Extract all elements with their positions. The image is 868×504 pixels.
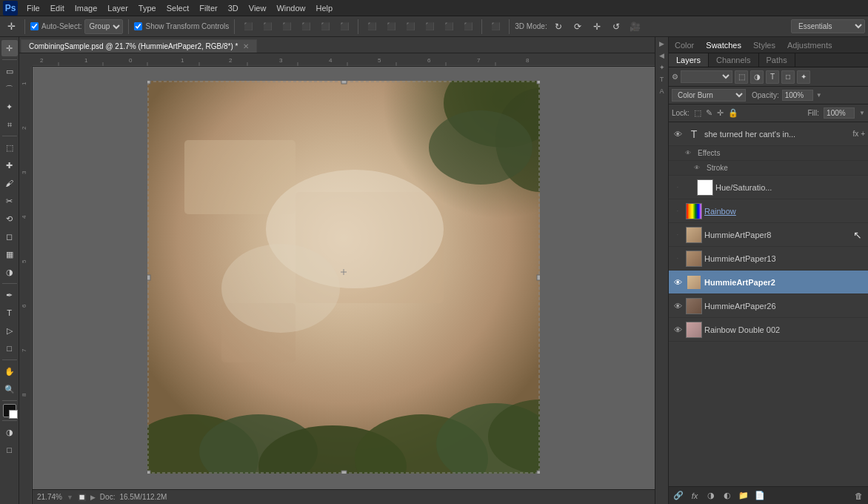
layer-vis-paper2[interactable]: 👁 <box>672 276 684 288</box>
layer-vis-rainbow[interactable]: · <box>672 205 684 217</box>
menu-image[interactable]: Image <box>70 2 102 14</box>
mini-btn-4[interactable]: T <box>657 74 667 84</box>
auto-select-dropdown[interactable]: Group Layer <box>84 19 123 34</box>
tab-styles[interactable]: Styles <box>747 39 781 52</box>
subtab-paths[interactable]: Paths <box>759 53 795 67</box>
lasso-tool[interactable]: ⌒ <box>1 81 18 97</box>
status-arrow-icon[interactable]: ▶ <box>90 494 96 501</box>
fill-input[interactable] <box>824 107 855 119</box>
distribute-6-icon[interactable]: ⬛ <box>460 19 476 35</box>
menu-layer[interactable]: Layer <box>103 2 133 14</box>
align-left-icon[interactable]: ⬛ <box>240 19 256 35</box>
fill-arrow-icon[interactable]: ▼ <box>859 110 865 116</box>
spot-heal-tool[interactable]: ✚ <box>1 157 18 173</box>
distribute-2-icon[interactable]: ⬛ <box>383 19 399 35</box>
history-brush-tool[interactable]: ⟲ <box>1 210 18 227</box>
layer-vis-hue-sat[interactable]: · <box>672 182 684 193</box>
layer-row-hue-sat[interactable]: · Hue/Saturatio... <box>669 176 868 199</box>
subtab-channels[interactable]: Channels <box>709 53 758 67</box>
layer-vis-paper8[interactable]: · <box>672 229 684 241</box>
tab-close-button[interactable]: ✕ <box>243 42 249 50</box>
mini-btn-5[interactable]: A <box>657 86 667 96</box>
mini-btn-3[interactable]: ✦ <box>657 62 667 73</box>
effects-eye-icon[interactable]: 👁 <box>684 149 692 158</box>
type-tool[interactable]: T <box>1 305 18 321</box>
filter-smart-icon[interactable]: ✦ <box>797 70 810 84</box>
menu-view[interactable]: View <box>244 2 271 14</box>
menu-file[interactable]: File <box>22 2 44 14</box>
menu-type[interactable]: Type <box>134 2 161 14</box>
lock-image-icon[interactable]: ✎ <box>706 108 712 118</box>
lock-all-icon[interactable]: 🔒 <box>728 108 738 118</box>
clone-tool[interactable]: ✂ <box>1 193 18 209</box>
layer-row-text[interactable]: 👁 T she turned her cant's in... fx + <box>669 122 868 146</box>
gradient-tool[interactable]: ▦ <box>1 246 18 262</box>
show-transform-checkbox[interactable] <box>134 22 142 30</box>
arrange-icon[interactable]: ⬛ <box>487 19 504 35</box>
hand-tool[interactable]: ✋ <box>1 363 18 379</box>
canvas-content[interactable] <box>33 67 655 489</box>
canvas-tab[interactable]: CombiningSample.psd @ 21.7% (HummieArtPa… <box>21 39 257 53</box>
eyedropper-tool[interactable]: ⬚ <box>1 139 18 156</box>
mask-mode[interactable]: ◑ <box>1 424 18 440</box>
layer-row-paper26[interactable]: 👁 HummieArtPaper26 <box>669 294 868 318</box>
layer-row-paper2[interactable]: 👁 HummieArtPaper2 <box>669 271 868 294</box>
distribute-3-icon[interactable]: ⬛ <box>402 19 418 35</box>
new-layer-btn[interactable]: 📄 <box>753 489 767 503</box>
mini-btn-1[interactable]: ▶ <box>657 39 667 49</box>
new-group-btn[interactable]: 📁 <box>737 489 750 503</box>
filter-adjust-icon[interactable]: ◑ <box>750 70 764 84</box>
menu-select[interactable]: Select <box>162 2 194 14</box>
align-bottom-icon[interactable]: ⬛ <box>336 19 353 35</box>
3d-scale-icon[interactable]: ✛ <box>589 19 605 35</box>
filter-shape-icon[interactable]: □ <box>781 70 795 84</box>
foreground-color[interactable] <box>3 404 16 417</box>
layer-vis-text[interactable]: 👁 <box>672 128 684 140</box>
shape-tool[interactable]: □ <box>1 340 18 357</box>
pen-tool[interactable]: ✒ <box>1 287 18 303</box>
layer-filter-kind-select[interactable]: Kind <box>681 70 732 83</box>
delete-layer-btn[interactable]: 🗑 <box>852 489 865 503</box>
align-middle-icon[interactable]: ⬛ <box>317 19 333 35</box>
workspace-dropdown[interactable]: Essentials <box>791 19 865 33</box>
layer-add-effect-btn[interactable]: + <box>861 130 865 138</box>
layer-fx-icon[interactable]: fx <box>852 130 858 138</box>
menu-3d[interactable]: 3D <box>224 2 243 14</box>
align-top-icon[interactable]: ⬛ <box>298 19 314 35</box>
layer-row-double[interactable]: 👁 Rainbow Double 002 <box>669 318 868 342</box>
menu-help[interactable]: Help <box>312 2 338 14</box>
3d-rotate-icon[interactable]: ↻ <box>550 19 567 35</box>
blend-mode-select[interactable]: Color Burn Normal Multiply <box>672 89 746 102</box>
tab-swatches[interactable]: Swatches <box>700 39 747 52</box>
screen-mode[interactable]: □ <box>1 442 18 458</box>
menu-filter[interactable]: Filter <box>195 2 221 14</box>
distribute-4-icon[interactable]: ⬛ <box>421 19 438 35</box>
layer-row-rainbow[interactable]: · Rainbow <box>669 199 868 223</box>
opacity-input[interactable] <box>782 90 813 101</box>
subtab-layers[interactable]: Layers <box>669 53 709 67</box>
layer-name-rainbow[interactable]: Rainbow <box>704 207 865 216</box>
filter-pixel-icon[interactable]: ⬚ <box>735 70 748 84</box>
mini-btn-2[interactable]: ◀ <box>657 50 667 61</box>
zoom-dropdown-btn[interactable]: ▼ <box>67 494 73 501</box>
menu-edit[interactable]: Edit <box>46 2 69 14</box>
align-center-icon[interactable]: ⬛ <box>259 19 276 35</box>
opacity-arrow-icon[interactable]: ▼ <box>816 92 822 99</box>
filter-type-icon[interactable]: T <box>766 70 779 84</box>
3d-pan-icon[interactable]: ⟳ <box>570 19 586 35</box>
quick-select-tool[interactable]: ✦ <box>1 99 18 115</box>
path-select-tool[interactable]: ▷ <box>1 322 18 339</box>
zoom-tool[interactable]: 🔍 <box>1 381 18 397</box>
dodge-tool[interactable]: ◑ <box>1 264 18 280</box>
crop-tool[interactable]: ⌗ <box>1 116 18 133</box>
3d-camera-icon[interactable]: 🎥 <box>627 19 644 35</box>
layer-vis-paper13[interactable]: · <box>672 253 684 265</box>
auto-select-checkbox[interactable] <box>30 22 39 30</box>
layer-vis-paper26[interactable]: 👁 <box>672 300 684 312</box>
tab-adjustments[interactable]: Adjustments <box>781 39 838 52</box>
lock-transparent-icon[interactable]: ⬚ <box>694 108 701 118</box>
move-tool-icon[interactable]: ✛ <box>3 19 19 35</box>
new-adjustment-btn[interactable]: ◐ <box>721 489 734 503</box>
layer-vis-double[interactable]: 👁 <box>672 324 684 336</box>
add-mask-btn[interactable]: ◑ <box>704 489 718 503</box>
